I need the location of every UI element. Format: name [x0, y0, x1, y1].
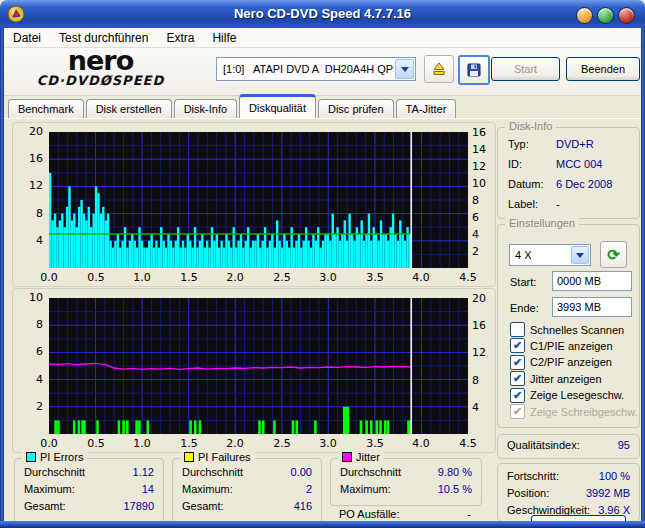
disk-info-label: ID:: [508, 158, 522, 170]
scan-start-input[interactable]: [552, 271, 632, 291]
checkbox-c1-pie-anzeigen[interactable]: ✔C1/PIE anzeigen: [510, 338, 613, 353]
menu-item-extra[interactable]: Extra: [157, 29, 203, 47]
refresh-button[interactable]: ⟳: [600, 241, 627, 268]
x-axis-tick: 1.0: [129, 437, 155, 450]
disk-info-row: Datum:6 Dec 2008: [508, 178, 631, 190]
maximize-button[interactable]: [597, 7, 614, 24]
progress-label: Fortschritt:: [507, 470, 559, 482]
checkbox-box[interactable]: [510, 322, 525, 337]
y-axis-right-tick: 20: [472, 292, 498, 305]
eject-button[interactable]: [424, 55, 454, 83]
disk-info-value: MCC 004: [556, 158, 602, 170]
po-failures-row: PO Ausfälle:-: [339, 508, 471, 520]
y-axis-right-tick: 12: [472, 160, 498, 173]
title-bar[interactable]: Nero CD-DVD Speed 4.7.7.16: [0, 0, 645, 28]
pi-failures-legend-swatch: [184, 452, 194, 462]
y-axis-left-tick: 4: [17, 373, 43, 386]
window-border-left: [0, 26, 4, 528]
pi-errors-plot: [49, 132, 468, 268]
tab-strip: BenchmarkDisk erstellenDisk-InfoDiskqual…: [8, 97, 458, 118]
stat-label: Durchschnitt: [24, 466, 85, 478]
po-failures-value: -: [467, 508, 471, 520]
checkbox-box[interactable]: ✔: [510, 404, 525, 419]
checkbox-jitter-anzeigen[interactable]: ✔Jitter anzeigen: [510, 371, 602, 386]
chevron-down-icon[interactable]: [395, 59, 414, 79]
drive-select[interactable]: [1:0] ATAPI DVD A DH20A4H QP5B: [216, 57, 416, 81]
stat-value: 9.80 %: [438, 466, 472, 478]
x-axis-tick: 0.0: [36, 271, 62, 284]
x-axis-tick: 3.0: [315, 437, 341, 450]
scan-start-label: Start:: [510, 276, 536, 288]
checkbox-box[interactable]: ✔: [510, 371, 525, 386]
pi-errors-legend-swatch: [26, 452, 36, 462]
speed-select[interactable]: 4 X: [509, 244, 591, 266]
y-axis-right-tick: 14: [472, 143, 498, 156]
scan-end-input[interactable]: [552, 297, 632, 317]
y-axis-right-tick: 16: [472, 126, 498, 139]
stat-value: 14: [142, 483, 154, 495]
disk-info-value: -: [556, 198, 560, 210]
stat-value: 10.5 %: [438, 483, 472, 495]
stats-row-item: Maximum:14: [24, 483, 154, 495]
tab-disk-erstellen[interactable]: Disk erstellen: [86, 99, 172, 118]
disk-info-row: Typ:DVD+R: [508, 138, 631, 150]
x-axis-tick: 1.5: [176, 271, 202, 284]
y-axis-right-tick: 2: [472, 245, 498, 258]
minimize-button[interactable]: [576, 7, 593, 24]
logo-text-cddvdspeed: CD·DVDØSPEED: [18, 73, 183, 88]
checkbox-box[interactable]: ✔: [510, 355, 525, 370]
app-window: Nero CD-DVD Speed 4.7.7.16 DateiTest dur…: [0, 0, 645, 528]
y-axis-right-tick: 4: [472, 401, 498, 414]
checkbox-zeige-lesegeschw[interactable]: ✔Zeige Lesegeschw.: [510, 388, 624, 403]
checkbox-schnelles-scannen[interactable]: Schnelles Scannen: [510, 322, 624, 337]
stat-label: Gesamt:: [24, 500, 66, 512]
tab-diskqualit-t[interactable]: Diskqualität: [239, 94, 316, 118]
eject-icon: [431, 61, 447, 77]
stat-value: 17890: [123, 500, 154, 512]
checkbox-label: Zeige Schreibgeschw.: [530, 406, 638, 418]
y-axis-left-tick: 8: [17, 318, 43, 331]
x-axis-tick: 1.5: [176, 437, 202, 450]
disk-info-label: Typ:: [508, 138, 529, 150]
tab-disk-info[interactable]: Disk-Info: [174, 99, 237, 118]
tab-ta-jitter[interactable]: TA-Jitter: [396, 99, 457, 118]
disk-info-group: Disk-Info Typ:DVD+RID:MCC 004Datum:6 Dec…: [497, 127, 640, 219]
checkbox-box[interactable]: ✔: [510, 388, 525, 403]
menu-item-datei[interactable]: Datei: [4, 29, 50, 47]
checkbox-label: Jitter anzeigen: [530, 373, 602, 385]
checkbox-box[interactable]: ✔: [510, 338, 525, 353]
scan-end-label: Ende:: [510, 302, 539, 314]
progress-group: Fortschritt:100 %Position:3992 MBGeschwi…: [497, 463, 640, 522]
stats-group-title: Jitter: [338, 451, 384, 463]
stats-row-item: Maximum:10.5 %: [340, 483, 472, 495]
stat-label: Maximum:: [182, 483, 233, 495]
x-axis-tick: 4.5: [455, 271, 481, 284]
close-button[interactable]: [618, 7, 635, 24]
x-axis-tick: 4.0: [408, 437, 434, 450]
quit-button[interactable]: Beenden: [566, 57, 640, 81]
progress-row: Fortschritt:100 %: [507, 470, 630, 482]
progress-value: 3992 MB: [586, 487, 630, 499]
chevron-down-icon[interactable]: [571, 246, 589, 264]
menu-item-hilfe[interactable]: Hilfe: [203, 29, 245, 47]
x-axis-tick: 3.0: [315, 271, 341, 284]
tab-benchmark[interactable]: Benchmark: [8, 99, 84, 118]
stat-value: 2: [306, 483, 312, 495]
speed-select-value: 4 X: [510, 249, 570, 261]
checkbox-label: Zeige Lesegeschw.: [530, 389, 624, 401]
pi-errors-chart: 481216202468101214160.00.51.01.52.02.53.…: [12, 122, 496, 287]
start-button[interactable]: Start: [491, 57, 560, 81]
y-axis-left-tick: 20: [17, 125, 43, 138]
checkbox-zeige-schreibgeschw[interactable]: ✔Zeige Schreibgeschw.: [510, 404, 638, 419]
menu-item-test-durchf-hren[interactable]: Test durchführen: [50, 29, 157, 47]
save-button[interactable]: [458, 55, 490, 85]
checkbox-c2-pif-anzeigen[interactable]: ✔C2/PIF anzeigen: [510, 355, 612, 370]
tab-disc-pr-fen[interactable]: Disc prüfen: [318, 99, 394, 118]
y-axis-left-tick: 8: [17, 207, 43, 220]
nero-logo: nero CD·DVDØSPEED: [18, 49, 183, 88]
disk-info-title: Disk-Info: [505, 120, 556, 132]
stat-value: 0.00: [291, 466, 312, 478]
y-axis-left-tick: 6: [17, 345, 43, 358]
y-axis-right-tick: 6: [472, 211, 498, 224]
stat-label: Maximum:: [24, 483, 75, 495]
